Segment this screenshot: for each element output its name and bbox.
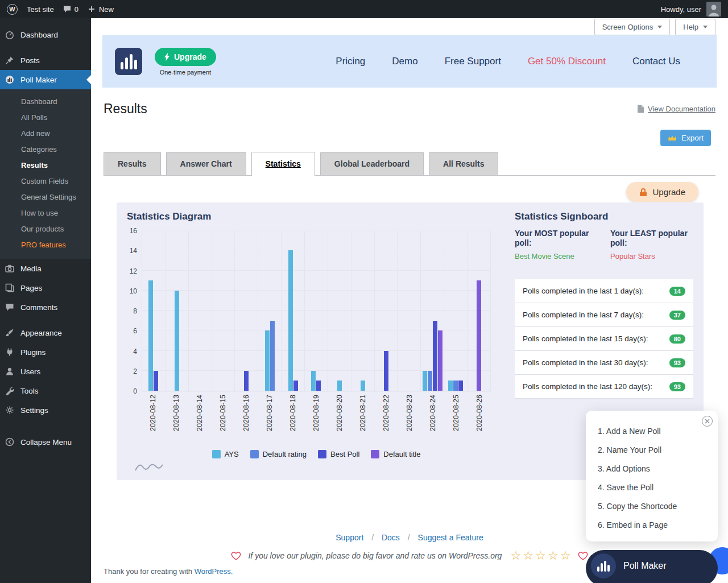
checklist-item[interactable]: 3. Add Options: [598, 460, 718, 478]
new-content-button[interactable]: New: [88, 5, 114, 14]
nav-link-pricing[interactable]: Pricing: [336, 56, 365, 67]
bar-ays: [311, 371, 316, 391]
bar-best-poll: [244, 371, 249, 391]
nav-link-contact-us[interactable]: Contact Us: [632, 56, 680, 67]
chart-plot: [142, 231, 491, 391]
checklist-item[interactable]: 6. Embed in a Page: [598, 516, 718, 535]
sidebar-item-settings[interactable]: Settings: [0, 400, 91, 420]
sidebar-item-dashboard[interactable]: Dashboard: [0, 25, 91, 44]
view-documentation-link[interactable]: View Documentation: [637, 105, 715, 113]
site-name-link[interactable]: Test site: [27, 5, 54, 14]
sidebar-item-appearance[interactable]: Appearance: [0, 323, 91, 342]
chart-category-slot: [444, 231, 468, 391]
plug-icon: [5, 347, 15, 357]
star-icon[interactable]: ☆: [510, 549, 521, 562]
wordpress-logo-icon[interactable]: W: [7, 4, 18, 15]
least-popular-value: Popular Stars: [610, 252, 693, 261]
sidebar-item-pages[interactable]: Pages: [0, 278, 91, 297]
count-badge: 37: [669, 311, 685, 320]
tab-statistics[interactable]: Statistics: [251, 152, 315, 176]
menu-label: Posts: [20, 56, 40, 65]
sidebar-item-tools[interactable]: Tools: [0, 381, 91, 400]
tab-global-leaderboard[interactable]: Global Leaderboard: [320, 152, 424, 175]
close-icon[interactable]: [702, 416, 713, 427]
docs-link[interactable]: Docs: [382, 533, 400, 542]
sidebar-item-users[interactable]: Users: [0, 362, 91, 381]
comments-shortcut[interactable]: 0: [63, 5, 78, 14]
checklist-item[interactable]: 2. Name Your Poll: [598, 441, 718, 460]
upgrade-pill-button[interactable]: Upgrade: [626, 182, 698, 202]
export-button[interactable]: Export: [660, 130, 711, 146]
heart-icon: [230, 551, 242, 561]
submenu-item-categories[interactable]: Categories: [0, 142, 91, 158]
dashboard-icon: [5, 30, 15, 40]
sidebar-item-media[interactable]: Media: [0, 259, 91, 278]
bar-best-poll: [433, 321, 437, 391]
howdy-link[interactable]: Howdy, user: [661, 5, 701, 14]
checklist-item[interactable]: 5. Copy the Shortcode: [598, 497, 718, 516]
sidebar-item-plugins[interactable]: Plugins: [0, 342, 91, 362]
most-popular-value: Best Movie Scene: [515, 252, 598, 261]
suggest-feature-link[interactable]: Suggest a Feature: [418, 533, 483, 542]
wordpress-link[interactable]: WordPress.: [195, 567, 233, 576]
signboard-row-label: Polls completed in the last 7 day(s):: [523, 311, 644, 319]
sidebar-item-posts[interactable]: Posts: [0, 51, 91, 70]
nav-link-discount[interactable]: Get 50% Discount: [528, 56, 606, 67]
tab-answer-chart[interactable]: Answer Chart: [166, 152, 246, 175]
camera-icon: [5, 263, 15, 274]
screen-options-button[interactable]: Screen Options: [594, 19, 671, 35]
submenu-item-results[interactable]: Results: [0, 158, 91, 173]
chart-slots: [142, 231, 491, 391]
avatar[interactable]: [706, 2, 721, 16]
menu-label: Settings: [20, 406, 48, 415]
legend-label: AYS: [225, 450, 239, 458]
star-icon[interactable]: ☆: [548, 549, 559, 562]
bar-best-poll: [384, 351, 388, 391]
y-axis-tick: 8: [133, 307, 137, 316]
gear-icon: [5, 405, 15, 415]
count-badge: 93: [669, 358, 685, 367]
menu-separator: [0, 317, 91, 323]
nav-link-demo[interactable]: Demo: [392, 56, 417, 67]
legend-swatch: [212, 450, 221, 458]
signboard-row-label: Polls completed in the last 15 day(s):: [523, 334, 648, 343]
submenu-item-how-to-use[interactable]: How to use: [0, 205, 91, 221]
sidebar-item-poll-maker[interactable]: Poll Maker: [0, 70, 91, 89]
upgrade-button[interactable]: Upgrade: [155, 48, 216, 66]
submenu-item-general-settings[interactable]: General Settings: [0, 189, 91, 205]
menu-label: Appearance: [20, 329, 62, 337]
chart-x-labels: 2020-08-122020-08-132020-08-142020-08-15…: [142, 395, 491, 444]
nav-link-free-support[interactable]: Free Support: [445, 56, 501, 67]
bar-ays: [337, 381, 342, 391]
help-button[interactable]: Help: [675, 19, 715, 35]
submenu-item-custom-fields[interactable]: Custom Fields: [0, 173, 91, 189]
checklist-item[interactable]: 1. Add a New Poll: [598, 422, 718, 441]
checklist-item[interactable]: 4. Save the Poll: [598, 478, 718, 497]
bar-best-poll: [316, 381, 321, 391]
star-icon[interactable]: ☆: [535, 549, 546, 562]
support-link[interactable]: Support: [336, 533, 363, 542]
lightning-icon: [164, 53, 170, 61]
star-icon[interactable]: ☆: [523, 549, 533, 562]
sidebar-item-collapse-menu[interactable]: Collapse Menu: [0, 432, 91, 452]
chart-category-slot: [375, 231, 398, 391]
menu-separator: [0, 44, 91, 51]
chart-category-slot: [398, 231, 421, 391]
bar-default-title: [477, 280, 481, 391]
submenu-item-our-products[interactable]: Our products: [0, 221, 91, 237]
sidebar-item-comments[interactable]: Comments: [0, 297, 91, 317]
menu-label: Tools: [20, 387, 39, 395]
submenu-item-dashboard[interactable]: Dashboard: [0, 94, 91, 110]
statistics-chart: Statistics Diagram 0246810121416 2020-08…: [127, 210, 491, 460]
tab-results[interactable]: Results: [104, 152, 161, 175]
chart-category-slot: [166, 231, 189, 391]
submenu-item-pro-features[interactable]: PRO features: [0, 237, 91, 253]
poll-maker-widget-button[interactable]: Poll Maker: [586, 550, 718, 583]
star-icon[interactable]: ☆: [560, 549, 571, 562]
tab-all-results[interactable]: All Results: [429, 152, 498, 175]
submenu-item-all-polls[interactable]: All Polls: [0, 110, 91, 126]
submenu-item-add-new[interactable]: Add new: [0, 126, 91, 142]
tabs-bar: Results Answer Chart Statistics Global L…: [104, 152, 715, 176]
chart-y-axis: 0246810121416: [127, 231, 142, 391]
upgrade-label: Upgrade: [174, 52, 206, 61]
